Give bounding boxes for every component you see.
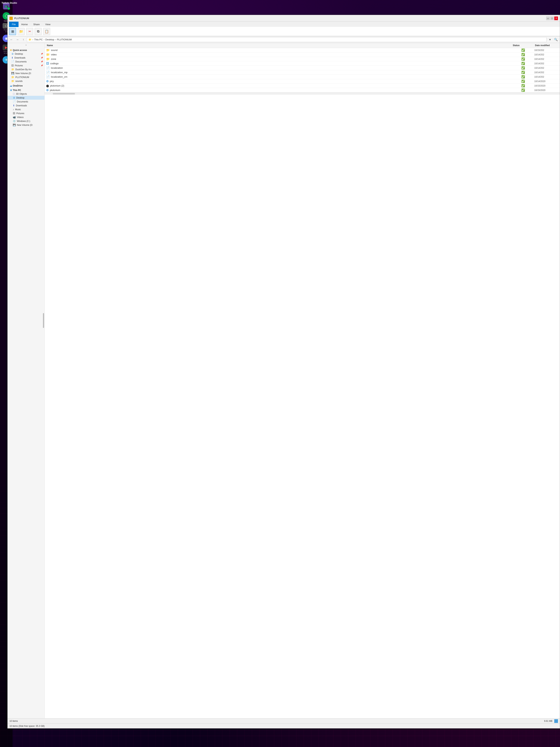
doc-icon-loc-zm: 📄 [46, 75, 50, 79]
sidebar-item-documents-quick[interactable]: 📄 Documents 📌 [7, 60, 45, 63]
exe-icon-plutonium2: ⬤ [46, 84, 49, 87]
minimize-button[interactable]: — [546, 17, 550, 20]
ribbon-cut-btn[interactable]: ✂ [26, 28, 33, 35]
sidebar-downloads-pc-label: Downloads [16, 104, 27, 107]
col-header-status[interactable]: Status [512, 44, 534, 47]
file-list-header: Name Status Date modified [45, 43, 560, 48]
title-bar-text: PLUTIONIUM [14, 17, 544, 20]
view-toggle-btn[interactable] [554, 719, 558, 723]
sidebar-item-3dobjects[interactable]: ⬡ 3D Objects [7, 92, 45, 96]
quick-access-header[interactable]: ★ Quick access [7, 48, 45, 52]
file-name-codlogo: codlogo [50, 62, 59, 65]
item-count-label: 10 items [9, 720, 18, 722]
dropdown-arrow[interactable]: ▾ [548, 37, 553, 42]
desktop-icon-pc: 🖥 [13, 96, 15, 99]
sidebar-music-label: Music [15, 108, 21, 111]
pic-icon-pc: 🖼 [13, 112, 15, 115]
file-row-sound[interactable]: 📁 sound ✅ 10/15/202 [45, 48, 560, 52]
sidebar-item-music-pc[interactable]: ♪ Music [7, 107, 45, 111]
file-row-localization-zm[interactable]: 📄 localization_zm ✅ 10/14/202 [45, 75, 560, 79]
onedrive-icon: ☁ [10, 84, 12, 87]
sidebar-item-newvolume-d[interactable]: 💾 New Volume (D: [7, 123, 45, 127]
download-icon-pc: ⬇ [13, 104, 15, 107]
sidebar-item-duckgen[interactable]: 📁 DuckGen By Arv [7, 68, 45, 71]
3dobjects-icon: ⬡ [13, 93, 15, 95]
file-row-video[interactable]: 📁 video ✅ 10/14/202 [45, 52, 560, 57]
sidebar-duckgen-label: DuckGen By Arv [16, 68, 32, 71]
ribbon-view-btn[interactable]: ⊞ [9, 28, 16, 35]
sidebar-pictures-label: Pictures [15, 64, 23, 67]
sidebar-item-plutionium[interactable]: 📁 PLUTIONIUM [7, 75, 45, 79]
sidebar-item-downloads-quick[interactable]: ⬇ Downloads 📌 [7, 56, 45, 60]
title-bar-controls: — □ ✕ [546, 17, 558, 20]
file-row-piry[interactable]: ⚙ piry ✅ 10/14/2020 [45, 79, 560, 83]
pin-icon: 📌 [41, 53, 43, 55]
sidebar-item-desktop-pc[interactable]: 🖥 Desktop [7, 96, 45, 100]
file-row-localization[interactable]: 📄 localization ✅ 10/14/202 [45, 66, 560, 70]
up-button[interactable]: ↑ [21, 37, 26, 42]
col-header-date[interactable]: Date modified [534, 44, 558, 47]
download-icon: ⬇ [11, 56, 14, 59]
ribbon-folder-btn[interactable]: 📁 [18, 28, 25, 35]
sync-icon-2: ✅ [521, 57, 525, 61]
back-button[interactable]: ← [9, 37, 14, 42]
close-button[interactable]: ✕ [554, 17, 558, 20]
sidebar-sounds-label: sounds [16, 80, 23, 82]
sidebar-documents-label: Documents [16, 60, 27, 63]
address-path-display[interactable]: 📁 > This PC > Desktop > PLUTIONIUM [27, 37, 546, 42]
tab-home[interactable]: Home [19, 22, 31, 27]
col-header-name[interactable]: Name [46, 44, 512, 47]
file-row-plutonium2[interactable]: ⬤ plutonium (2) ✅ 10/15/2020 [45, 83, 560, 88]
sidebar-item-downloads-pc[interactable]: ⬇ Downloads [7, 104, 45, 107]
scrollbar-thumb [53, 93, 75, 95]
horizontal-scrollbar[interactable] [45, 93, 560, 95]
forward-button[interactable]: → [15, 37, 20, 42]
sidebar-pictures-pc-label: Pictures [16, 112, 24, 115]
tab-file[interactable]: File [9, 22, 19, 27]
music-icon: ♪ [13, 108, 14, 111]
sidebar-collapse-btn[interactable]: ⌃ [25, 44, 27, 48]
title-bar: PLUTIONIUM — □ ✕ [7, 15, 560, 22]
file-row-codlogo[interactable]: 🖼 codlogo ✅ 10/14/202 [45, 61, 560, 66]
path-thispc[interactable]: This PC [34, 38, 43, 41]
path-folder-icon: 📁 [28, 38, 31, 41]
file-row-zone[interactable]: 📁 zone ✅ 10/14/202 [45, 57, 560, 61]
tab-view[interactable]: View [43, 22, 53, 27]
date-5: 10/14/202 [534, 71, 558, 74]
maximize-button[interactable]: □ [550, 17, 554, 20]
app-icon-plutonium: ⚙ [46, 88, 49, 92]
this-pc-label: This PC [13, 89, 21, 92]
file-name-localization-zm: localization_zm [51, 75, 68, 78]
file-name-localization-mp: localization_mp [51, 71, 68, 74]
sidebar-item-videos-pc[interactable]: 📹 Videos [7, 115, 45, 119]
sidebar-item-pictures-quick[interactable]: 🖼 Pictures 📌 [7, 63, 45, 68]
tab-share[interactable]: Share [31, 22, 43, 27]
sidebar-item-desktop-quick[interactable]: 🖥 Desktop 📌 [7, 52, 45, 56]
sidebar-windows-c-label: Windows (C:) [17, 120, 30, 123]
this-pc-header[interactable]: 🖥 This PC [7, 88, 45, 92]
sidebar-desktop-pc-label: Desktop [16, 97, 24, 99]
desktop-icon: 🖥 [11, 52, 14, 55]
file-name-plutonium2: plutonium (2) [50, 84, 64, 87]
date-1: 10/14/202 [534, 53, 558, 56]
sidebar-item-pictures-pc[interactable]: 🖼 Pictures [7, 111, 45, 115]
path-desktop[interactable]: Desktop [45, 38, 54, 41]
ribbon-paste-btn[interactable]: 📋 [43, 28, 50, 35]
sidebar-item-documents-pc[interactable]: 📄 Documents [7, 100, 45, 104]
ribbon-copy-btn[interactable]: ⧉ [35, 28, 42, 35]
sidebar-item-windows-c[interactable]: 💿 Windows (C:) [7, 119, 45, 123]
sidebar-scrollbar[interactable] [43, 313, 44, 328]
ribbon: File Home Share View ⊞ 📁 ✂ ⧉ 📋 [7, 22, 560, 36]
search-button[interactable]: 🔍 [554, 37, 558, 42]
sidebar-item-newvolume[interactable]: 💾 New Volume (D: [7, 71, 45, 75]
pin-icon3: 📌 [41, 60, 43, 62]
file-row-localization-mp[interactable]: 📄 localization_mp ✅ 10/14/202 [45, 70, 560, 75]
sidebar-plutionium-label: PLUTIONIUM [16, 76, 29, 79]
status-right: 9.61 MB [544, 719, 558, 723]
onedrive-header[interactable]: ☁ OneDrive [7, 84, 45, 87]
size-label: 9.61 MB [544, 720, 553, 722]
path-plutionium[interactable]: PLUTIONIUM [57, 38, 72, 41]
file-row-plutonium[interactable]: ⚙ plutonium ✅ 10/15/2020 [45, 88, 560, 93]
sidebar-item-sounds[interactable]: 📁 sounds [7, 79, 45, 83]
sidebar-newvolume-label: New Volume (D: [16, 72, 31, 75]
